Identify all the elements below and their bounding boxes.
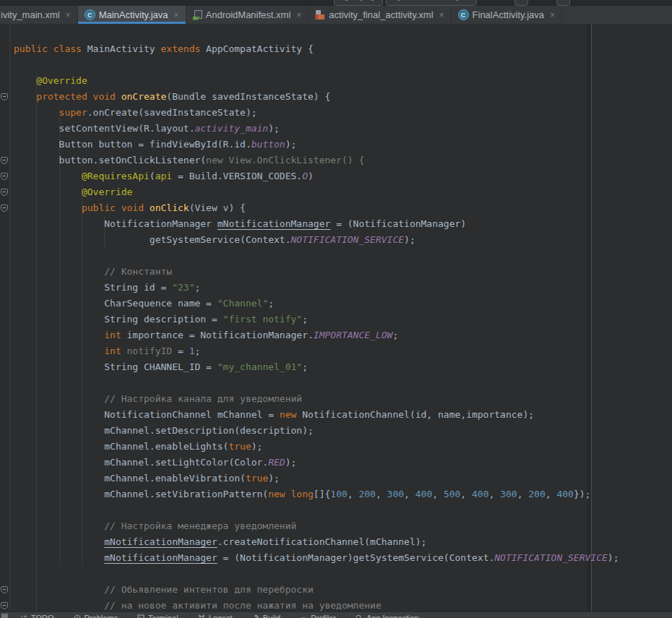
- manifest-icon: MF: [193, 10, 202, 20]
- fold-marker-icon[interactable]: [1, 602, 8, 609]
- toolbar-icon[interactable]: [359, 0, 363, 1]
- tool-window-bar: TODOProblemsTerminalLogcatBuildProfilerA…: [0, 611, 672, 618]
- code-line[interactable]: mChannel.enableLights(true);: [14, 439, 619, 455]
- toolbar-button[interactable]: [514, 0, 528, 6]
- todo-icon: [20, 614, 27, 618]
- toolwindow-label: Problems: [85, 614, 118, 618]
- code-line[interactable]: int importance = NotificationManager.IMP…: [14, 327, 619, 343]
- tab-AndroidManifest.xml[interactable]: MFAndroidManifest.xml×: [186, 6, 309, 24]
- code-line[interactable]: @Override: [14, 73, 619, 89]
- code-line[interactable]: CharSequence name = "Channel";: [14, 296, 619, 312]
- editor-tab-bar: ivity_main.xml×CMainActivity.java×MFAndr…: [0, 6, 672, 24]
- code-area[interactable]: public class MainActivity extends AppCom…: [10, 24, 619, 611]
- fold-marker-icon[interactable]: [1, 173, 8, 180]
- tab-label: AndroidManifest.xml: [206, 9, 291, 20]
- toolwindow-label: TODO: [31, 614, 54, 618]
- code-line[interactable]: setContentView(R.layout.activity_main);: [14, 121, 619, 137]
- fold-marker-icon[interactable]: [1, 586, 8, 593]
- code-line[interactable]: // Настройка менеджера уведомлений: [14, 518, 619, 534]
- close-icon[interactable]: ×: [439, 11, 444, 20]
- code-line[interactable]: protected void onCreate(Bundle savedInst…: [14, 89, 619, 105]
- chevron-down-icon[interactable]: [455, 0, 459, 1]
- toolwindow-button-todo[interactable]: TODO: [20, 614, 54, 618]
- tab-FinalActtivity.java[interactable]: CFinalActtivity.java×: [452, 6, 562, 24]
- toolbar-button[interactable]: [556, 0, 570, 6]
- device-selector[interactable]: [386, 0, 477, 6]
- code-line[interactable]: NotificationManager mNotificationManager…: [14, 216, 619, 232]
- code-line[interactable]: button.setOnClickListener(new View.OnCli…: [14, 153, 619, 168]
- java-class-icon: C: [458, 9, 469, 20]
- build-icon: [252, 614, 259, 618]
- code-line[interactable]: // Настройка канала для уведомлений: [14, 391, 619, 407]
- close-icon[interactable]: ×: [296, 11, 301, 20]
- code-line[interactable]: public void onClick(View v) {: [14, 200, 619, 216]
- toolwindow-label: Logcat: [209, 614, 233, 618]
- code-line[interactable]: int notifyID = 1;: [14, 343, 619, 359]
- code-line[interactable]: mNotificationManager = (NotificationMana…: [14, 550, 619, 566]
- fold-marker-icon[interactable]: [1, 205, 8, 212]
- fold-marker-icon[interactable]: [1, 93, 8, 100]
- code-line[interactable]: String description = "first notify";: [14, 312, 619, 327]
- problems-icon: [74, 614, 81, 618]
- toolwindow-label: Terminal: [148, 614, 178, 618]
- tab-activity_final_acttivity.xml[interactable]: activity_final_acttivity.xml×: [309, 6, 451, 24]
- code-line[interactable]: [14, 248, 619, 264]
- code-line[interactable]: [14, 566, 619, 582]
- toolwindow-label: App Inspection: [366, 614, 419, 618]
- layout-xml-icon: [315, 10, 325, 20]
- toolwindow-button-logcat[interactable]: Logcat: [198, 614, 233, 618]
- toolbar-button-group[interactable]: [334, 0, 383, 6]
- app-inspection-icon: [356, 614, 363, 618]
- close-icon[interactable]: ×: [173, 11, 178, 20]
- tab-label: ivity_main.xml: [1, 9, 60, 20]
- code-line[interactable]: mChannel.setDescription(description);: [14, 423, 619, 439]
- toolbar-icon[interactable]: [371, 0, 374, 1]
- tab-label: MainActivity.java: [99, 9, 168, 20]
- code-line[interactable]: @RequiresApi(api = Build.VERSION_CODES.O…: [14, 168, 619, 184]
- code-line[interactable]: String id = "23";: [14, 280, 619, 296]
- code-line[interactable]: String CHANNEL_ID = "my_channel_01";: [14, 359, 619, 375]
- code-line[interactable]: getSystemService(Context.NOTIFICATION_SE…: [14, 232, 619, 248]
- code-line[interactable]: [14, 57, 619, 73]
- toolbar-strip: [0, 0, 672, 6]
- toolwindow-button-profiler[interactable]: Profiler: [300, 614, 336, 618]
- tab-label: activity_final_acttivity.xml: [329, 9, 433, 20]
- code-line[interactable]: // на новое активити после нажатия на ув…: [14, 598, 619, 611]
- code-line[interactable]: NotificationChannel mChannel = new Notif…: [14, 407, 619, 423]
- close-icon[interactable]: ×: [550, 11, 555, 20]
- tool-window-bar-items: TODOProblemsTerminalLogcatBuildProfilerA…: [0, 612, 672, 618]
- run-icon[interactable]: [345, 0, 348, 1]
- code-line[interactable]: public class MainActivity extends AppCom…: [14, 41, 619, 57]
- toolwindow-button-problems[interactable]: Problems: [74, 614, 118, 618]
- fold-marker-icon[interactable]: [1, 157, 8, 164]
- toolwindow-label: Profiler: [311, 614, 336, 618]
- code-line[interactable]: // Константы: [14, 264, 619, 280]
- terminal-icon: [137, 614, 145, 618]
- device-icon: [397, 0, 401, 1]
- toolwindow-button-build[interactable]: Build: [252, 614, 280, 618]
- android-studio-window: ivity_main.xml×CMainActivity.java×MFAndr…: [0, 0, 672, 618]
- java-class-icon: C: [85, 9, 95, 20]
- tab-label: FinalActtivity.java: [473, 9, 544, 20]
- fold-marker-icon[interactable]: [1, 189, 8, 196]
- code-line[interactable]: [14, 502, 619, 518]
- code-line[interactable]: Button button = findViewById(R.id.button…: [14, 137, 619, 153]
- code-line[interactable]: mChannel.enableVibration(true);: [14, 471, 619, 486]
- profiler-icon: [300, 614, 307, 618]
- code-line[interactable]: // Обьявление интентов для переброски: [14, 582, 619, 598]
- logcat-icon: [198, 614, 205, 618]
- code-line[interactable]: @Override: [14, 184, 619, 200]
- toolwindow-button-terminal[interactable]: Terminal: [137, 614, 178, 618]
- tab-MainActivity.java[interactable]: CMainActivity.java×: [78, 6, 186, 24]
- toolwindow-button-app-inspection[interactable]: App Inspection: [356, 614, 419, 618]
- code-line[interactable]: super.onCreate(savedInstanceState);: [14, 105, 619, 121]
- close-icon[interactable]: ×: [66, 11, 71, 20]
- code-line[interactable]: mNotificationManager.createNotificationC…: [14, 534, 619, 550]
- tab-ivity_main.xml[interactable]: ivity_main.xml×: [0, 6, 78, 24]
- code-line[interactable]: mChannel.setVibrationPattern(new long[]{…: [14, 486, 619, 502]
- code-line[interactable]: mChannel.setLightColor(Color.RED);: [14, 455, 619, 471]
- tool-stripe-icon[interactable]: [1, 614, 8, 618]
- toolwindow-label: Build: [263, 614, 280, 618]
- code-line[interactable]: [14, 375, 619, 391]
- code-editor: public class MainActivity extends AppCom…: [0, 24, 672, 611]
